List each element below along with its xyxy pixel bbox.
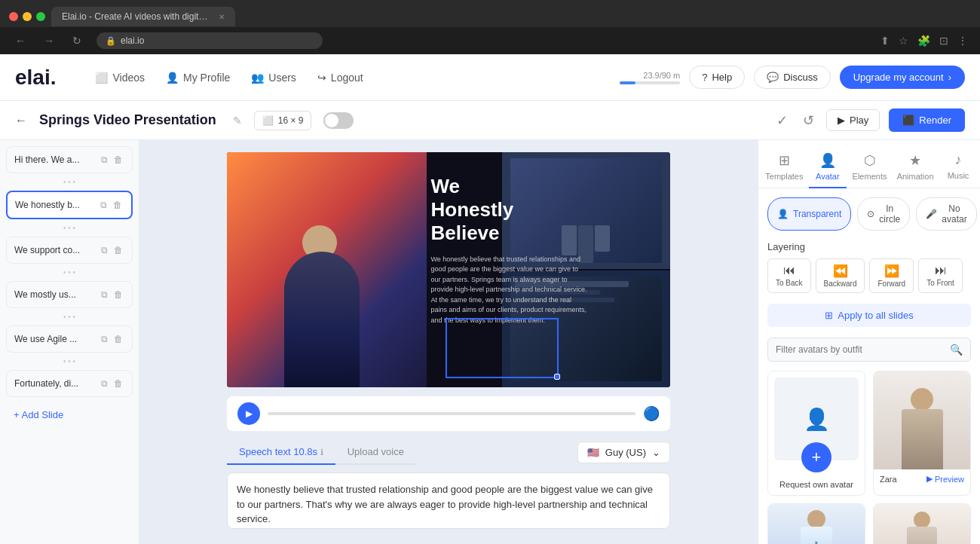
speech-area: Speech text 10.8s ℹ Upload voice 🇺🇸 Guy … [227, 440, 670, 532]
avatar-tab-icon: 👤 [819, 152, 836, 169]
tab-templates[interactable]: ⊞ Templates [761, 146, 807, 188]
tab-close-btn[interactable]: ✕ [219, 13, 225, 21]
no-avatar-icon: 🎤 [926, 209, 937, 219]
woman2-figure [907, 512, 937, 544]
aspect-ratio-button[interactable]: ⬜ 16 × 9 [254, 111, 312, 130]
app-logo[interactable]: elai. [15, 66, 56, 90]
undo-icon[interactable]: ✓ [773, 109, 791, 132]
zara-preview-btn[interactable]: ▶ Preview [926, 474, 964, 484]
back-button[interactable]: ← [15, 114, 27, 127]
redo-icon[interactable]: ↺ [800, 109, 817, 132]
speech-info-icon: ℹ [320, 448, 323, 457]
speech-textarea[interactable] [227, 472, 670, 529]
flag-icon: 🇺🇸 [587, 447, 599, 458]
tab-avatar[interactable]: 👤 Avatar [809, 146, 847, 188]
nav-users[interactable]: 👥 Users [242, 67, 305, 88]
slide-separator-5: • • • [6, 356, 133, 367]
slide-delete-btn[interactable]: 🗑 [112, 153, 124, 167]
slide-delete-btn-3[interactable]: 🗑 [112, 243, 124, 257]
templates-icon: ⊞ [779, 152, 790, 169]
slide-copy-btn-2[interactable]: ⧉ [99, 198, 109, 212]
close-traffic-light[interactable] [9, 12, 18, 21]
bookmark-icon[interactable]: ☆ [899, 35, 908, 47]
render-button[interactable]: ⬛ Render [889, 108, 965, 132]
voice-selector[interactable]: 🇺🇸 Guy (US) ⌄ [577, 442, 670, 463]
canvas-selection-box[interactable] [446, 318, 559, 378]
to-back-icon: ⏮ [783, 264, 795, 277]
avatar-row2: ✚ [767, 503, 971, 544]
usage-fill [620, 81, 635, 84]
zara-avatar-card[interactable]: Zara ▶ Preview [873, 371, 971, 496]
zara-avatar-image [874, 371, 970, 469]
slide-delete-btn-4[interactable]: 🗑 [112, 288, 124, 301]
help-button[interactable]: ? Help [689, 66, 745, 89]
back-nav-btn[interactable]: ← [12, 32, 29, 50]
url-text: elai.io [121, 35, 144, 46]
nav-my-profile[interactable]: 👤 My Profile [157, 67, 239, 88]
canvas-main-title: We Honestly Believe [430, 175, 589, 246]
nav-logout[interactable]: ↪ Logout [308, 67, 372, 88]
browser-tab[interactable]: Elai.io - Create AI videos with digital … [51, 7, 235, 26]
usage-bar [620, 81, 680, 84]
minimize-traffic-light[interactable] [23, 12, 32, 21]
slide-item-5[interactable]: We use Agile ... ⧉ 🗑 [6, 325, 133, 353]
more-icon[interactable]: ⋮ [957, 35, 968, 47]
to-front-btn[interactable]: ⏭ To Front [918, 258, 963, 293]
slide-item-active[interactable]: We honestly b... ⧉ 🗑 [6, 191, 133, 219]
address-bar[interactable]: 🔒 elai.io [96, 32, 323, 49]
zara-card-footer: Zara ▶ Preview [874, 469, 970, 488]
apply-to-all-btn[interactable]: ⊞ Apply to all slides [767, 304, 971, 327]
slide-item-4[interactable]: We mostly us... ⧉ 🗑 [6, 281, 133, 308]
upgrade-button[interactable]: Upgrade my account › [840, 66, 965, 89]
forward-btn[interactable]: ⏩ Forward [869, 258, 914, 293]
tab-animation[interactable]: ★ Animation [893, 146, 938, 188]
playback-progress[interactable] [268, 412, 635, 415]
filter-avatars-input[interactable] [776, 344, 950, 355]
upload-voice-tab[interactable]: Upload voice [335, 440, 416, 465]
in-circle-avatar-btn[interactable]: ⊙ In circle [857, 197, 910, 231]
profile-icon: 👤 [166, 72, 179, 84]
share-icon[interactable]: ⬆ [880, 35, 890, 47]
tab-elements[interactable]: ⬡ Elements [848, 146, 891, 188]
slide-copy-btn-4[interactable]: ⧉ [100, 288, 109, 301]
chevron-right-icon: › [948, 72, 951, 83]
toggle-switch[interactable] [323, 112, 354, 129]
request-own-avatar-card[interactable]: 👤 + Request own avatar [767, 371, 865, 496]
slide-delete-btn-6[interactable]: 🗑 [112, 377, 124, 390]
playback-play-button[interactable]: ▶ [237, 402, 260, 425]
backward-btn[interactable]: ⏪ Backward [816, 258, 865, 293]
to-back-btn[interactable]: ⏮ To Back [767, 258, 811, 293]
extensions-icon[interactable]: 🧩 [917, 35, 930, 47]
doctor-avatar-card[interactable]: ✚ [767, 503, 865, 544]
resize-handle-br[interactable] [554, 374, 560, 380]
slide-item[interactable]: Hi there. We a... ⧉ 🗑 [6, 146, 133, 173]
no-avatar-btn[interactable]: 🎤 No avatar [916, 197, 976, 231]
nav-videos[interactable]: ⬜ Videos [86, 67, 154, 88]
slide-delete-btn-2[interactable]: 🗑 [112, 198, 124, 212]
slide-item-3[interactable]: We support co... ⧉ 🗑 [6, 237, 133, 264]
refresh-nav-btn[interactable]: ↻ [69, 32, 84, 50]
slide-copy-btn-5[interactable]: ⧉ [100, 332, 109, 346]
add-slide-button[interactable]: + Add Slide [6, 403, 133, 426]
play-button[interactable]: ▶ Play [826, 109, 880, 131]
tab-music[interactable]: ♪ Music [939, 146, 977, 188]
discuss-button[interactable]: 💬 Discuss [754, 66, 831, 89]
slide-copy-btn-3[interactable]: ⧉ [100, 243, 109, 257]
woman2-avatar-card[interactable] [873, 503, 971, 544]
edit-title-icon[interactable]: ✎ [233, 115, 242, 127]
forward-nav-btn[interactable]: → [41, 32, 57, 50]
canvas-avatar [272, 222, 370, 387]
add-avatar-btn[interactable]: + [801, 442, 831, 472]
toggle-knob [325, 114, 338, 127]
zara-name-label: Zara [880, 475, 897, 484]
slide-item-6[interactable]: Fortunately, di... ⧉ 🗑 [6, 370, 133, 397]
slide-copy-btn[interactable]: ⧉ [100, 153, 109, 167]
split-view-icon[interactable]: ⊡ [939, 35, 948, 47]
slide-copy-btn-6[interactable]: ⧉ [100, 377, 109, 390]
speech-text-tab[interactable]: Speech text 10.8s ℹ [227, 440, 335, 465]
maximize-traffic-light[interactable] [36, 12, 45, 21]
users-icon: 👥 [251, 72, 264, 84]
slide-delete-btn-5[interactable]: 🗑 [112, 332, 124, 346]
transparent-avatar-btn[interactable]: 👤 Transparent [767, 197, 851, 231]
video-canvas[interactable]: We Honestly Believe We honestly believe … [227, 152, 670, 387]
